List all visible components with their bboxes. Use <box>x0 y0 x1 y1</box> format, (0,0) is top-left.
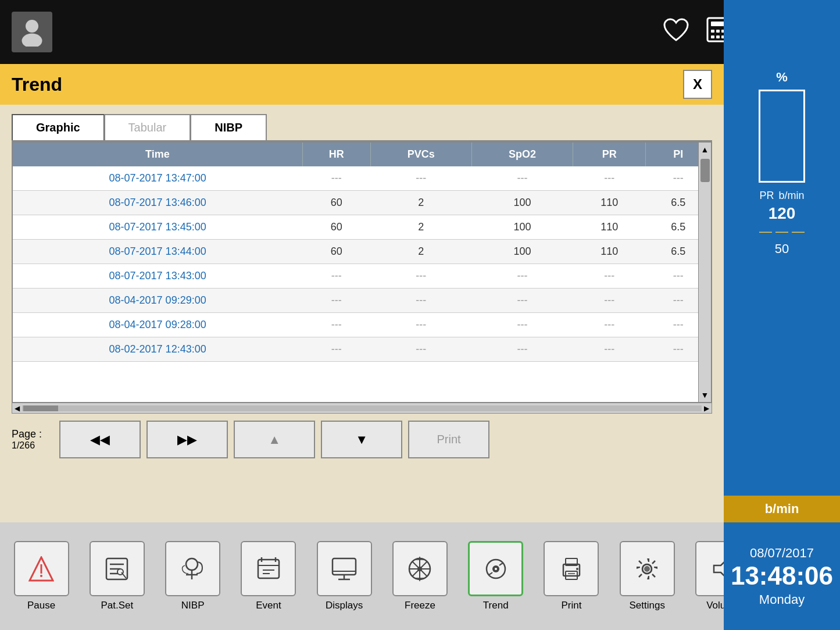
cell-time: 08-07-2017 13:44:00 <box>13 240 302 264</box>
cell-hr: --- <box>302 337 370 362</box>
toolbar-item-freeze[interactable]: Freeze <box>384 541 455 611</box>
tab-row: Graphic Tabular NIBP <box>12 114 712 141</box>
trend-table: Time HR PVCs SpO2 PR PI 08-07-2017 13:47… <box>13 143 711 362</box>
cell-pvcs: 2 <box>370 240 471 264</box>
col-pvcs: PVCs <box>370 143 471 166</box>
hscroll-left-btn[interactable]: ◀ <box>15 404 20 412</box>
cell-pr: --- <box>573 313 646 337</box>
close-button[interactable]: X <box>683 70 712 99</box>
table-row: 08-04-2017 09:28:00--------------- <box>13 313 711 337</box>
cell-spo2: --- <box>471 289 573 313</box>
event-label: Event <box>256 600 281 611</box>
tab-graphic[interactable]: Graphic <box>12 114 105 140</box>
right-panel: % PR b/min 120 — — — 50 b/min <box>724 0 840 522</box>
cell-time: 08-07-2017 13:43:00 <box>13 264 302 289</box>
freeze-button[interactable] <box>392 541 448 596</box>
trend-button[interactable] <box>468 541 523 596</box>
col-pr: PR <box>573 143 646 166</box>
cell-spo2: 100 <box>471 240 573 264</box>
patset-button[interactable] <box>90 541 145 596</box>
cell-pr: --- <box>573 289 646 313</box>
cell-pvcs: 2 <box>370 191 471 215</box>
table-row: 08-07-2017 13:46:006021001106.5 <box>13 191 711 215</box>
cell-hr: --- <box>302 289 370 313</box>
cell-hr: 60 <box>302 240 370 264</box>
col-spo2: SpO2 <box>471 143 573 166</box>
cell-pvcs: 2 <box>370 215 471 240</box>
nav-up-button[interactable]: ▲ <box>234 421 315 458</box>
cell-time: 08-07-2017 13:45:00 <box>13 215 302 240</box>
svg-point-63 <box>644 566 650 572</box>
cell-pr: --- <box>573 264 646 289</box>
toolbar-item-pause[interactable]: Pause <box>6 541 77 611</box>
svg-point-30 <box>117 569 123 575</box>
svg-rect-4 <box>711 30 714 33</box>
datetime-panel: 08/07/2017 13:48:06 Monday <box>724 522 840 630</box>
nav-rewind-button[interactable]: ◀◀ <box>59 421 141 458</box>
cell-spo2: 100 <box>471 215 573 240</box>
cell-pr: --- <box>573 337 646 362</box>
time-display: 13:48:06 <box>731 563 833 589</box>
svg-rect-5 <box>716 30 720 33</box>
table-container: Time HR PVCs SpO2 PR PI 08-07-2017 13:47… <box>12 141 712 403</box>
print-toolbar-button[interactable] <box>544 541 599 596</box>
toolbar-item-nibp[interactable]: NIBP <box>158 541 228 611</box>
trend-label: Trend <box>483 600 509 611</box>
cell-pvcs: --- <box>370 313 471 337</box>
cell-hr: --- <box>302 264 370 289</box>
day-display: Monday <box>759 592 805 607</box>
settings-label: Settings <box>630 600 665 611</box>
toolbar-item-trend[interactable]: Trend <box>460 541 531 611</box>
pr-label-row: PR b/min <box>759 190 804 202</box>
pr-dashes: — — — <box>759 224 805 239</box>
svg-rect-3 <box>711 22 725 26</box>
toolbar-item-print[interactable]: Print <box>536 541 607 611</box>
top-bar <box>0 0 840 64</box>
toolbar-item-settings[interactable]: Settings <box>612 541 682 611</box>
cell-hr: --- <box>302 166 370 191</box>
page-number: 1/266 <box>12 440 42 451</box>
trend-header: Trend X <box>0 64 724 105</box>
pr-value-high: 120 <box>768 204 796 223</box>
table-hscrollbar: ◀ ▶ <box>12 403 712 414</box>
page-controls: Page : 1/266 ◀◀ ▶▶ ▲ ▼ Print <box>12 421 712 458</box>
nav-down-button[interactable]: ▼ <box>321 421 402 458</box>
cell-hr: --- <box>302 313 370 337</box>
print-button[interactable]: Print <box>408 421 489 458</box>
toolbar-item-event[interactable]: Event <box>233 541 304 611</box>
cell-spo2: --- <box>471 337 573 362</box>
hscroll-thumb <box>23 405 58 411</box>
settings-button[interactable] <box>620 541 675 596</box>
cell-pr: 110 <box>573 240 646 264</box>
table-scrollbar: ▲ ▼ <box>698 143 711 402</box>
nibp-button[interactable] <box>165 541 220 596</box>
displays-button[interactable] <box>317 541 372 596</box>
cell-pvcs: --- <box>370 166 471 191</box>
page-info: Page : 1/266 <box>12 428 42 451</box>
table-row: 08-07-2017 13:45:006021001106.5 <box>13 215 711 240</box>
cell-time: 08-04-2017 09:29:00 <box>13 289 302 313</box>
cell-spo2: --- <box>471 313 573 337</box>
hscroll-right-btn[interactable]: ▶ <box>704 404 709 412</box>
date-display: 08/07/2017 <box>750 546 814 561</box>
heart-icon <box>663 18 689 47</box>
pause-button[interactable] <box>14 541 69 596</box>
event-button[interactable] <box>241 541 296 596</box>
pr-value-low: 50 <box>775 241 789 257</box>
tab-nibp[interactable]: NIBP <box>190 114 267 140</box>
tab-tabular[interactable]: Tabular <box>104 114 191 140</box>
nav-forward-button[interactable]: ▶▶ <box>146 421 228 458</box>
svg-point-0 <box>26 20 38 33</box>
svg-point-54 <box>495 568 497 570</box>
cell-hr: 60 <box>302 215 370 240</box>
table-row: 08-04-2017 09:29:00--------------- <box>13 289 711 313</box>
svg-point-49 <box>417 567 422 571</box>
scroll-down-button[interactable]: ▼ <box>699 388 712 402</box>
scroll-up-button[interactable]: ▲ <box>699 143 712 156</box>
toolbar-item-patset[interactable]: Pat.Set <box>81 541 152 611</box>
col-time: Time <box>13 143 302 166</box>
cell-pr: 110 <box>573 191 646 215</box>
bmin-bar: b/min <box>724 496 840 522</box>
percent-label: % <box>776 70 788 85</box>
toolbar-item-displays[interactable]: Displays <box>309 541 380 611</box>
